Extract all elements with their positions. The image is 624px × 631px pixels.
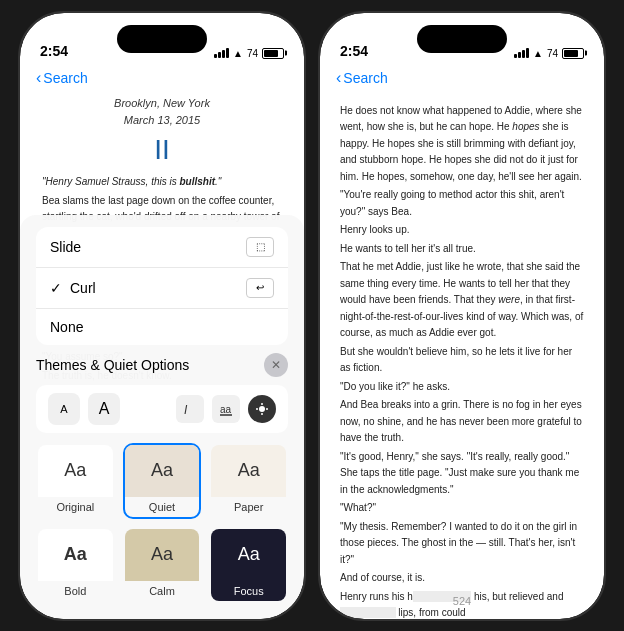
font-small-button[interactable]: A [48, 393, 80, 425]
wifi-icon-right: ▲ [533, 48, 543, 59]
chevron-left-icon: ‹ [36, 69, 41, 87]
chevron-left-icon-right: ‹ [336, 69, 341, 87]
themes-title: Themes & Quiet Options [36, 357, 189, 373]
phones-container: 2:54 ▲ 74 ‹ [18, 11, 606, 621]
back-label-right: Search [343, 70, 387, 86]
svg-text:I: I [184, 403, 188, 417]
curl-icon: ↩ [246, 278, 274, 298]
battery-label-right: 74 [547, 48, 558, 59]
font-large-button[interactable]: A [88, 393, 120, 425]
close-button[interactable]: ✕ [264, 353, 288, 377]
book-header: Brooklyn, New York March 13, 2015 [42, 95, 282, 130]
dynamic-island-left [117, 25, 207, 53]
slide-option-curl[interactable]: ✓ Curl ↩ [36, 268, 288, 309]
time-left: 2:54 [40, 43, 68, 59]
battery-label-left: 74 [247, 48, 258, 59]
font-small-label: A [60, 403, 67, 415]
right-screen: 2:54 ▲ 74 ‹ [320, 13, 604, 619]
slide-option-slide[interactable]: Slide ⬚ [36, 227, 288, 268]
chapter-number: II [42, 134, 282, 166]
theme-calm[interactable]: Aa Calm [123, 527, 202, 603]
font-style-icon[interactable]: I [176, 395, 204, 423]
nav-bar-right: ‹ Search [320, 65, 604, 95]
battery-icon-right [562, 48, 584, 59]
signal-icon-right [514, 48, 529, 58]
brightness-icon[interactable] [248, 395, 276, 423]
font-underline-icon[interactable]: aa [212, 395, 240, 423]
status-icons-left: ▲ 74 [214, 48, 284, 59]
theme-bold[interactable]: Aa Bold [36, 527, 115, 603]
theme-original[interactable]: Aa Original [36, 443, 115, 519]
back-label-left: Search [43, 70, 87, 86]
slide-icon: ⬚ [246, 237, 274, 257]
slide-option-none[interactable]: None [36, 309, 288, 345]
overlay-panel: Slide ⬚ ✓ Curl ↩ [20, 215, 304, 619]
slide-label: Slide [50, 239, 81, 255]
dynamic-island-right [417, 25, 507, 53]
left-screen: 2:54 ▲ 74 ‹ [20, 13, 304, 619]
theme-grid: Aa Original Aa Quiet Aa Pap [36, 443, 288, 603]
none-label: None [50, 319, 83, 335]
theme-paper[interactable]: Aa Paper [209, 443, 288, 519]
wifi-icon-left: ▲ [233, 48, 243, 59]
check-icon: ✓ [50, 280, 62, 296]
signal-icon-left [214, 48, 229, 58]
slide-options: Slide ⬚ ✓ Curl ↩ [36, 227, 288, 345]
curl-label: Curl [70, 280, 96, 296]
status-icons-right: ▲ 74 [514, 48, 584, 59]
nav-bar-left: ‹ Search [20, 65, 304, 95]
font-controls: A A I aa [36, 385, 288, 433]
theme-focus[interactable]: Aa Focus [209, 527, 288, 603]
svg-point-3 [259, 406, 265, 412]
book-content-right: He does not know what happened to Addie,… [320, 95, 604, 619]
back-button-left[interactable]: ‹ Search [36, 69, 288, 87]
book-text-right: He does not know what happened to Addie,… [340, 103, 584, 619]
page-number: 524 [453, 595, 471, 607]
right-phone: 2:54 ▲ 74 ‹ [318, 11, 606, 621]
time-right: 2:54 [340, 43, 368, 59]
back-button-right[interactable]: ‹ Search [336, 69, 588, 87]
svg-text:aa: aa [220, 404, 232, 415]
battery-icon-left [262, 48, 284, 59]
left-phone: 2:54 ▲ 74 ‹ [18, 11, 306, 621]
themes-header: Themes & Quiet Options ✕ [36, 353, 288, 377]
theme-quiet[interactable]: Aa Quiet [123, 443, 202, 519]
font-large-label: A [99, 400, 110, 418]
